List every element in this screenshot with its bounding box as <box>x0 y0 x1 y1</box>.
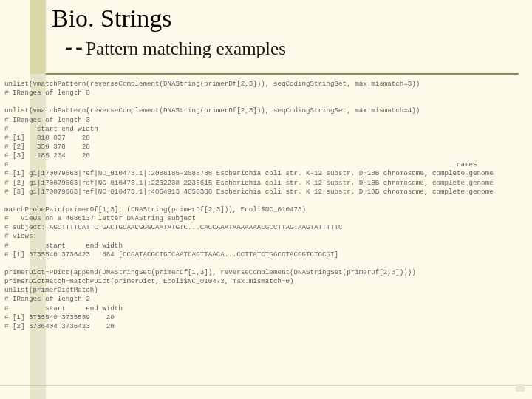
code-line: matchProbePair(primerDf[1,3], (DNAString… <box>0 205 532 214</box>
code-line: # subject: AGCTTTTCATTCTGACTGCAACGGGCAAT… <box>0 223 532 232</box>
code-line <box>0 197 532 205</box>
code-line: # [1] 3735540 3735559 20 <box>0 313 532 322</box>
code-line: # views: <box>0 232 532 241</box>
code-line: # [3] 185 204 20 <box>0 151 532 160</box>
code-line: # start end width <box>0 304 532 313</box>
code-line: unlist(vmatchPattern(reverseComplement(D… <box>0 80 532 89</box>
code-line <box>0 259 532 268</box>
code-line: # [2] gi|170079663|ref|NC_010473.1|:2232… <box>0 179 532 188</box>
code-line: # start end width <box>0 125 532 134</box>
code-line: # [3] gi|170079663|ref|NC_010473.1|:4054… <box>0 188 532 197</box>
code-line <box>0 98 532 106</box>
code-line: # start end width <box>0 242 532 250</box>
code-block: unlist(vmatchPattern(reverseComplement(D… <box>0 80 532 331</box>
code-line: # [2] 3736404 3736423 20 <box>0 322 532 331</box>
footer-line <box>0 385 532 386</box>
code-line: # [1] gi|170079663|ref|NC_010473.1|:2086… <box>0 169 532 178</box>
footer-box <box>516 384 525 392</box>
code-line: # Views on a 4686137 letter DNAString su… <box>0 214 532 223</box>
code-line: # [1] 818 837 20 <box>0 134 532 143</box>
subtitle-dashes: -- <box>62 34 83 60</box>
code-line: unlist(vmatchPattern(reverseComplement(D… <box>0 106 532 115</box>
code-line: # IRanges of length 3 <box>0 116 532 125</box>
code-line: # [2] 359 378 20 <box>0 143 532 151</box>
title-underline <box>46 73 519 75</box>
title-area: Bio. Strings --Pattern matching examples <box>52 4 510 60</box>
code-line: # IRanges of length 0 <box>0 89 532 98</box>
code-line: # names <box>0 160 532 169</box>
code-line: unlist(primerDictMatch) <box>0 286 532 295</box>
code-line: # [1] 3735540 3736423 884 [CCGATACGCTGCC… <box>0 250 532 259</box>
code-line: primerDictMatch=matchPDict(primerDict, E… <box>0 277 532 286</box>
code-line: # IRanges of length 2 <box>0 295 532 304</box>
slide-title: Bio. Strings <box>52 4 510 33</box>
code-line: primerDict=PDict(append(DNAStringSet(pri… <box>0 268 532 277</box>
subtitle-text: Pattern matching examples <box>86 38 286 58</box>
slide-subtitle: --Pattern matching examples <box>62 34 510 60</box>
slide: Bio. Strings --Pattern matching examples… <box>0 0 532 399</box>
